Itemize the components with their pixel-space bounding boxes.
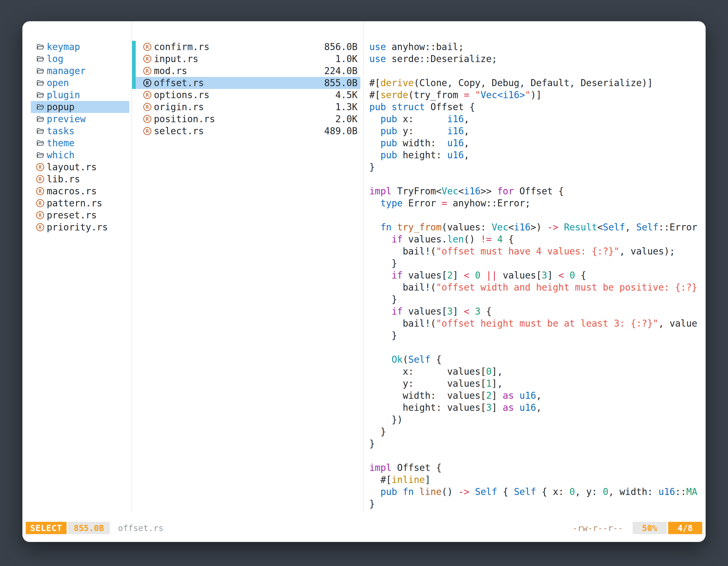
file-row-content: Rposition.rs2.0K <box>132 113 363 125</box>
code-line <box>369 173 704 185</box>
code-line: } <box>369 161 704 173</box>
file-item-origin.rs[interactable]: Rorigin.rs1.3K <box>132 101 363 113</box>
file-item-confirm.rs[interactable]: Rconfirm.rs856.0B <box>132 41 363 53</box>
code-line: Ok(Self { <box>369 353 704 365</box>
code-line: } <box>369 329 704 341</box>
file-size-badge: 855.0B <box>68 522 109 534</box>
open-folder-icon <box>36 115 44 123</box>
file-size: 856.0B <box>324 41 358 52</box>
code-line: impl TryFrom<Vec<i16>> for Offset { <box>369 185 704 197</box>
rust-file-icon: R <box>143 103 151 111</box>
dir-item-tasks[interactable]: tasks <box>31 125 129 137</box>
item-label: preset.rs <box>47 210 97 221</box>
code-line: height: values[3] as u16, <box>369 401 704 414</box>
open-folder-icon <box>36 55 44 63</box>
code-line: pub struct Offset { <box>369 101 704 113</box>
dir-item-popup[interactable]: popup <box>31 101 129 113</box>
open-folder-icon <box>36 127 44 135</box>
cursor-position-badge: 4/8 <box>668 522 702 534</box>
file-item-input.rs[interactable]: Rinput.rs1.0K <box>132 53 363 65</box>
item-label: manager <box>47 65 86 76</box>
file-item-mod.rs[interactable]: Rmod.rs224.0B <box>132 65 363 77</box>
code-line: } <box>369 426 704 438</box>
code-line: fn try_from(values: Vec<i16>) -> Result<… <box>369 221 704 233</box>
code-line: #[derive(Clone, Copy, Debug, Default, De… <box>369 77 704 89</box>
file-item-lib.rs[interactable]: Rlib.rs <box>31 173 129 185</box>
item-label: preview <box>47 114 86 125</box>
rust-file-icon: R <box>143 91 151 99</box>
rust-file-icon: R <box>143 127 151 135</box>
dir-item-keymap[interactable]: keymap <box>31 41 129 53</box>
file-row-content: Roptions.rs4.5K <box>132 89 363 101</box>
dir-item-which[interactable]: which <box>31 149 129 161</box>
dir-item-theme[interactable]: theme <box>31 137 129 149</box>
code-line: use anyhow::bail; <box>369 41 704 53</box>
code-line <box>369 209 704 221</box>
code-line: bail!("offset must have 4 values: {:?}",… <box>369 245 704 257</box>
file-item-options.rs[interactable]: Roptions.rs4.5K <box>132 89 363 101</box>
open-folder-icon <box>36 91 44 99</box>
open-folder-icon <box>36 79 44 87</box>
file-item-priority.rs[interactable]: Rpriority.rs <box>31 221 129 233</box>
code-line: pub height: u16, <box>369 149 704 161</box>
file-name: position.rs <box>154 114 215 125</box>
rust-file-icon: R <box>36 199 44 207</box>
file-size: 2.0K <box>335 114 358 125</box>
status-file-name: offset.rs <box>118 523 164 533</box>
item-label: lib.rs <box>47 174 80 185</box>
code-line: width: values[2] as u16, <box>369 389 704 401</box>
parent-directory-pane: keymaplogmanageropenpluginpopuppreviewta… <box>22 21 131 512</box>
file-name: offset.rs <box>154 78 204 88</box>
file-item-select.rs[interactable]: Rselect.rs489.0B <box>132 125 363 137</box>
file-size: 1.0K <box>335 53 358 64</box>
file-item-position.rs[interactable]: Rposition.rs2.0K <box>132 113 363 125</box>
file-name: select.rs <box>154 126 204 137</box>
code-line <box>369 450 704 462</box>
open-folder-icon <box>36 67 44 75</box>
file-name: confirm.rs <box>154 41 210 52</box>
file-name: input.rs <box>154 53 198 64</box>
code-line: #[inline] <box>369 474 704 486</box>
file-item-layout.rs[interactable]: Rlayout.rs <box>31 161 129 173</box>
file-manager-window: keymaplogmanageropenpluginpopuppreviewta… <box>22 21 706 542</box>
code-line: if values[3] < 3 { <box>369 305 704 317</box>
code-line: pub y: i16, <box>369 125 704 137</box>
item-label: theme <box>47 138 74 149</box>
code-line: x: values[0], <box>369 365 704 377</box>
rust-file-icon: R <box>143 67 151 75</box>
file-item-offset.rs[interactable]: Roffset.rs855.0B <box>132 77 363 89</box>
code-line: } <box>369 498 704 510</box>
dir-item-preview[interactable]: preview <box>31 113 129 125</box>
current-directory-pane: Rconfirm.rs856.0BRinput.rs1.0KRmod.rs224… <box>131 21 364 512</box>
file-size: 4.5K <box>335 90 358 100</box>
dir-item-open[interactable]: open <box>31 77 129 89</box>
dir-item-plugin[interactable]: plugin <box>31 89 129 101</box>
code-line: pub fn line() -> Self { Self { x: 0, y: … <box>369 486 704 498</box>
rust-file-icon: R <box>143 115 151 123</box>
code-line: pub x: i16, <box>369 113 704 125</box>
file-item-pattern.rs[interactable]: Rpattern.rs <box>31 197 129 209</box>
code-line: } <box>369 293 704 305</box>
rust-file-icon: R <box>36 223 44 231</box>
dir-item-log[interactable]: log <box>31 53 129 65</box>
code-line: type Error = anyhow::Error; <box>369 197 704 209</box>
item-label: tasks <box>47 126 74 137</box>
file-item-preset.rs[interactable]: Rpreset.rs <box>31 209 129 221</box>
file-row-content: Rconfirm.rs856.0B <box>132 41 363 53</box>
item-label: plugin <box>47 90 80 100</box>
code-line: bail!("offset width and height must be p… <box>369 281 704 293</box>
rust-file-icon: R <box>143 55 151 63</box>
item-label: which <box>47 150 74 161</box>
rust-file-icon: R <box>36 163 44 171</box>
open-folder-icon <box>36 151 44 159</box>
dir-item-manager[interactable]: manager <box>31 65 129 77</box>
scroll-percent-badge: 50% <box>633 522 667 534</box>
rust-file-icon: R <box>36 187 44 195</box>
code-line: pub width: u16, <box>369 137 704 149</box>
file-item-macros.rs[interactable]: Rmacros.rs <box>31 185 129 197</box>
file-name: origin.rs <box>154 102 204 112</box>
code-line: } <box>369 438 704 450</box>
item-label: popup <box>47 102 74 112</box>
panes: keymaplogmanageropenpluginpopuppreviewta… <box>22 21 706 512</box>
rust-file-icon: R <box>143 79 151 87</box>
